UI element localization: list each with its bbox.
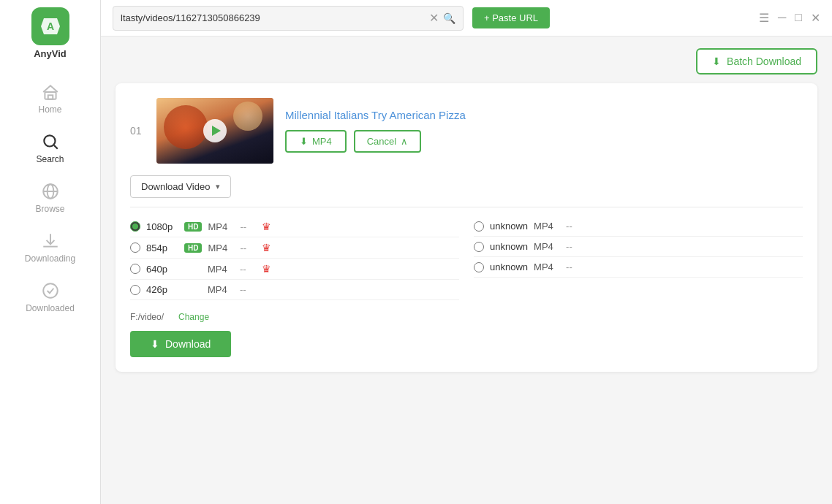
resolution-label: 854p xyxy=(146,243,178,253)
table-row: 426p MP4 -- xyxy=(130,280,459,300)
mp4-label: MP4 xyxy=(312,136,332,147)
svg-point-4 xyxy=(44,135,55,146)
search-icon: 🔍 xyxy=(443,12,455,24)
batch-download-area: ⬇ Batch Download xyxy=(116,48,817,75)
crown-icon: ♛ xyxy=(262,242,271,253)
titlebar: ltasty/videos/11627130508662​39 ✕ 🔍 + Pa… xyxy=(101,0,832,37)
url-text: ltasty/videos/11627130508662​39 xyxy=(121,12,425,23)
divider xyxy=(130,207,803,207)
paste-url-button[interactable]: + Paste URL xyxy=(472,7,550,28)
sidebar-item-search-label: Search xyxy=(36,154,64,164)
window-controls: ☰ ─ □ ✕ xyxy=(759,11,820,25)
mp4-button[interactable]: ⬇ MP4 xyxy=(285,130,347,153)
video-header: 01 Millennial Italians Try American Pizz… xyxy=(130,98,803,164)
quality-grid: 1080p HD MP4 -- ♛ 854p HD MP4 -- xyxy=(130,216,803,300)
table-row: 1080p HD MP4 -- ♛ xyxy=(130,216,459,237)
download-type-dropdown[interactable]: Download Video ▾ xyxy=(130,175,231,198)
dash-label: -- xyxy=(566,241,582,252)
svg-rect-3 xyxy=(48,95,53,99)
sidebar-item-browse-label: Browse xyxy=(35,204,64,214)
svg-point-9 xyxy=(43,283,58,298)
video-thumbnail[interactable] xyxy=(156,98,273,164)
dash-label: -- xyxy=(240,243,256,253)
dash-label: -- xyxy=(240,221,256,232)
sidebar-item-downloaded[interactable]: Downloaded xyxy=(0,272,100,322)
quality-radio-unknown2[interactable] xyxy=(474,242,484,252)
resolution-label: unknown xyxy=(490,221,528,232)
minimize-icon[interactable]: ─ xyxy=(778,11,786,25)
batch-download-label: Batch Download xyxy=(727,56,801,67)
quality-radio-1080p[interactable] xyxy=(130,221,140,232)
main-area: ltasty/videos/11627130508662​39 ✕ 🔍 + Pa… xyxy=(101,0,832,504)
svg-line-5 xyxy=(53,145,57,149)
folder-path: F:/video/ xyxy=(130,312,164,322)
maximize-icon[interactable]: □ xyxy=(795,11,802,25)
sidebar-item-browse[interactable]: Browse xyxy=(0,173,100,223)
dash-label: -- xyxy=(566,261,582,272)
options-header: Download Video ▾ xyxy=(130,175,803,198)
sidebar-item-downloading-label: Downloading xyxy=(25,253,75,264)
app-name: AnyVid xyxy=(34,48,67,59)
resolution-label: unknown xyxy=(490,261,528,272)
quality-radio-unknown3[interactable] xyxy=(474,262,484,272)
logo-area: A AnyVid xyxy=(31,7,69,59)
format-label: MP4 xyxy=(534,221,560,232)
sidebar-item-home-label: Home xyxy=(38,104,61,115)
video-actions: ⬇ MP4 Cancel ∧ xyxy=(285,130,803,153)
menu-icon[interactable]: ☰ xyxy=(759,11,769,25)
download-icon: ⬇ xyxy=(712,56,721,67)
sidebar-item-downloaded-label: Downloaded xyxy=(26,303,75,313)
format-label: MP4 xyxy=(208,243,234,253)
url-clear-button[interactable]: ✕ xyxy=(429,11,439,25)
resolution-label: 640p xyxy=(146,264,178,275)
resolution-label: unknown xyxy=(490,241,528,252)
quality-radio-854p[interactable] xyxy=(130,243,140,253)
cancel-button[interactable]: Cancel ∧ xyxy=(354,130,421,153)
app-logo: A xyxy=(31,7,69,45)
sidebar-item-search[interactable]: Search xyxy=(0,123,100,173)
sidebar-item-home[interactable]: Home xyxy=(0,74,100,123)
crown-icon: ♛ xyxy=(262,263,271,275)
download-icon-main: ⬇ xyxy=(151,338,159,350)
content-area: ⬇ Batch Download 01 Millennial Italians … xyxy=(101,37,832,504)
download-button[interactable]: ⬇ Download xyxy=(130,331,231,357)
download-icon-small: ⬇ xyxy=(300,136,308,147)
hd-badge: HD xyxy=(184,243,202,253)
download-options: Download Video ▾ 1080p HD MP4 xyxy=(130,175,803,357)
dash-label: -- xyxy=(240,264,256,275)
sidebar: A AnyVid Home Search Browse xyxy=(0,0,101,504)
table-row: unknown MP4 -- xyxy=(474,237,803,257)
video-number: 01 xyxy=(130,125,145,137)
chevron-down-icon: ▾ xyxy=(216,182,220,191)
batch-download-button[interactable]: ⬇ Batch Download xyxy=(696,48,817,75)
quality-left-column: 1080p HD MP4 -- ♛ 854p HD MP4 -- xyxy=(130,216,459,300)
quality-right-column: unknown MP4 -- unknown MP4 -- xyxy=(474,216,803,300)
hd-badge: HD xyxy=(184,222,202,232)
video-title: Millennial Italians Try American Pizza xyxy=(285,109,803,121)
format-label: MP4 xyxy=(208,264,234,275)
crown-icon: ♛ xyxy=(262,221,271,232)
url-bar: ltasty/videos/11627130508662​39 ✕ 🔍 xyxy=(113,6,464,31)
quality-radio-640p[interactable] xyxy=(130,264,140,274)
quality-radio-426p[interactable] xyxy=(130,285,140,295)
table-row: 854p HD MP4 -- ♛ xyxy=(130,237,459,259)
download-label: Download xyxy=(165,338,211,350)
dash-label: -- xyxy=(566,221,582,232)
video-card: 01 Millennial Italians Try American Pizz… xyxy=(116,83,817,372)
close-icon[interactable]: ✕ xyxy=(811,11,820,25)
change-folder-link[interactable]: Change xyxy=(178,312,209,322)
resolution-label: 426p xyxy=(146,284,178,295)
format-label: MP4 xyxy=(208,221,234,232)
cancel-label: Cancel xyxy=(367,136,396,147)
dropdown-label: Download Video xyxy=(141,181,210,192)
quality-radio-unknown1[interactable] xyxy=(474,221,484,232)
chevron-up-icon: ∧ xyxy=(401,136,408,147)
format-label: MP4 xyxy=(534,261,560,272)
table-row: unknown MP4 -- xyxy=(474,257,803,278)
format-label: MP4 xyxy=(534,241,560,252)
table-row: 640p MP4 -- ♛ xyxy=(130,259,459,280)
play-button[interactable] xyxy=(203,119,227,142)
dash-label: -- xyxy=(240,284,256,295)
sidebar-item-downloading[interactable]: Downloading xyxy=(0,223,100,272)
download-footer: F:/video/ Change xyxy=(130,312,803,322)
